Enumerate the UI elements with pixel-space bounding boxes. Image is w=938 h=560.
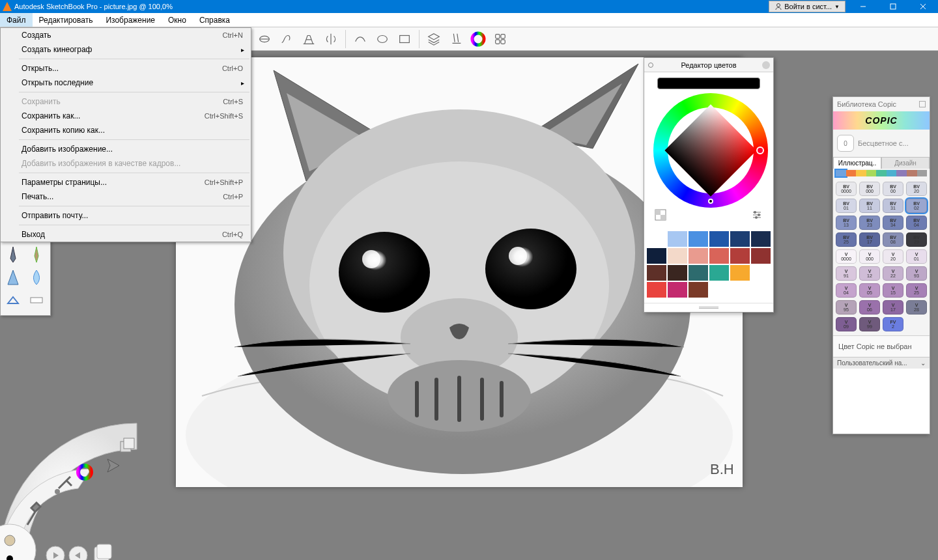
- menu-item[interactable]: Сохранить копию как...: [1, 123, 251, 137]
- color-swatch[interactable]: [668, 248, 687, 264]
- tool-symmetry[interactable]: [320, 29, 341, 49]
- tool-brush-library[interactable]: [446, 29, 466, 49]
- copic-colorbar[interactable]: [836, 170, 927, 176]
- panel-options-icon[interactable]: [648, 63, 653, 68]
- copic-chip[interactable]: V22: [883, 266, 903, 281]
- menu-item[interactable]: Сохранить как...Ctrl+Shift+S: [1, 109, 251, 123]
- copic-chip[interactable]: FV2: [883, 317, 903, 331]
- menu-item[interactable]: Параметры страницы...Ctrl+Shift+P: [1, 175, 251, 189]
- panel-resize-handle[interactable]: [644, 303, 773, 312]
- menu-item[interactable]: СоздатьCtrl+N: [1, 28, 251, 42]
- menu-item[interactable]: Создать кинеограф▸: [1, 42, 251, 57]
- color-swatch[interactable]: [689, 282, 708, 298]
- copic-chip[interactable]: BV17: [859, 232, 880, 247]
- color-swatch[interactable]: [689, 231, 708, 247]
- brush-palette[interactable]: [0, 241, 51, 316]
- copic-header[interactable]: Библиотека Copic: [833, 97, 930, 111]
- copic-chip[interactable]: BV11: [859, 199, 880, 213]
- brush-pen[interactable]: [27, 244, 46, 265]
- color-swatch[interactable]: [647, 231, 666, 247]
- tool-stroke-stabilizer[interactable]: [350, 29, 371, 49]
- tool-french-curve[interactable]: [276, 29, 297, 49]
- color-swatch[interactable]: [709, 231, 729, 247]
- copic-chip[interactable]: V99: [859, 317, 880, 331]
- copic-chip[interactable]: V95: [836, 300, 857, 315]
- copic-chip[interactable]: V01: [906, 249, 927, 264]
- color-swatch[interactable]: [709, 248, 729, 264]
- copic-chip[interactable]: V12: [859, 266, 880, 281]
- current-color-swatch[interactable]: [657, 77, 760, 89]
- color-editor-header[interactable]: Редактор цветов: [644, 58, 773, 72]
- copic-chip[interactable]: BV13: [836, 216, 857, 230]
- panel-close-icon[interactable]: [762, 61, 770, 69]
- menu-help[interactable]: Справка: [193, 13, 236, 27]
- brush-marker[interactable]: [3, 290, 23, 311]
- color-swatch[interactable]: [668, 231, 687, 247]
- copic-chip[interactable]: V28: [906, 300, 927, 315]
- color-swatch[interactable]: [730, 248, 750, 264]
- copic-chip[interactable]: BV31: [883, 199, 903, 213]
- brush-pencil[interactable]: [3, 244, 23, 265]
- copic-chip[interactable]: V91: [836, 266, 857, 281]
- color-swatch[interactable]: [689, 248, 708, 264]
- copic-chip[interactable]: V20: [883, 249, 903, 264]
- copic-chip[interactable]: BV23: [859, 216, 880, 230]
- copic-user-area[interactable]: [833, 369, 930, 434]
- hue-indicator[interactable]: [756, 147, 764, 154]
- copic-chip[interactable]: V17: [883, 300, 903, 315]
- color-swatch[interactable]: [709, 265, 729, 281]
- copic-chip[interactable]: BV04: [906, 216, 927, 230]
- menu-edit[interactable]: Редактировать: [33, 13, 100, 27]
- copic-chip[interactable]: V05: [859, 283, 880, 298]
- copic-chip[interactable]: BV00: [883, 182, 903, 196]
- color-swatch[interactable]: [668, 282, 687, 298]
- copic-chip[interactable]: V000: [859, 249, 880, 264]
- copic-chip[interactable]: V93: [906, 266, 927, 281]
- tool-shape-rect[interactable]: [394, 29, 415, 49]
- panel-dock-icon[interactable]: [919, 101, 926, 107]
- copic-chip[interactable]: BV0000: [836, 182, 857, 196]
- menu-image[interactable]: Изображение: [99, 13, 162, 27]
- menu-window[interactable]: Окно: [162, 13, 193, 27]
- color-swatch[interactable]: [751, 231, 771, 247]
- copic-chip[interactable]: BV01: [836, 199, 857, 213]
- copic-chip[interactable]: V0000: [836, 249, 857, 264]
- copic-chip[interactable]: BV34: [883, 216, 903, 230]
- menu-item[interactable]: Печать...Ctrl+P: [1, 189, 251, 204]
- color-swatch[interactable]: [668, 265, 687, 281]
- brush-airbrush[interactable]: [3, 267, 23, 288]
- color-editor-panel[interactable]: Редактор цветов: [644, 57, 774, 313]
- copic-chip[interactable]: BV25: [836, 232, 857, 247]
- tool-perspective-grid[interactable]: [298, 29, 319, 49]
- tool-shape-ellipse[interactable]: [372, 29, 393, 49]
- menu-item[interactable]: Открыть последние▸: [1, 76, 251, 90]
- close-button[interactable]: [908, 0, 938, 13]
- copic-chip[interactable]: BV000: [859, 182, 880, 196]
- copic-user-header[interactable]: Пользовательский на... ⌄: [833, 357, 930, 369]
- color-swatch[interactable]: [751, 265, 771, 281]
- eyedropper-icon[interactable]: [649, 94, 651, 110]
- signin-button[interactable]: Войти в сист... ▼: [769, 1, 846, 12]
- color-swatch[interactable]: [689, 265, 708, 281]
- tool-copic[interactable]: [490, 29, 511, 49]
- color-wheel[interactable]: [653, 93, 768, 208]
- color-swatch[interactable]: [751, 248, 771, 264]
- copic-chip[interactable]: V15: [883, 283, 903, 298]
- copic-chip[interactable]: V25: [906, 283, 927, 298]
- color-swatch[interactable]: [647, 248, 666, 264]
- tool-ellipse-guide[interactable]: [254, 29, 275, 49]
- maximize-button[interactable]: [878, 0, 908, 13]
- sv-indicator[interactable]: [708, 199, 713, 204]
- copic-chip[interactable]: BV08: [883, 232, 903, 247]
- copic-colorless-chip[interactable]: 0: [837, 135, 854, 152]
- brush-smudge[interactable]: [27, 267, 46, 288]
- menu-item[interactable]: Открыть...Ctrl+O: [1, 61, 251, 76]
- copic-tab-design[interactable]: Дизайн: [881, 157, 930, 169]
- copic-library-panel[interactable]: Библиотека Copic COPIC 0 Бесцветное с...…: [832, 96, 930, 434]
- copic-tab-illustration[interactable]: Иллюстрац..: [833, 157, 881, 169]
- copic-chip[interactable]: BV29: [906, 232, 927, 247]
- tool-layers[interactable]: [423, 29, 444, 49]
- lagoon-menu[interactable]: [0, 410, 150, 560]
- brush-eraser[interactable]: [27, 290, 46, 311]
- color-swatch[interactable]: [647, 282, 666, 298]
